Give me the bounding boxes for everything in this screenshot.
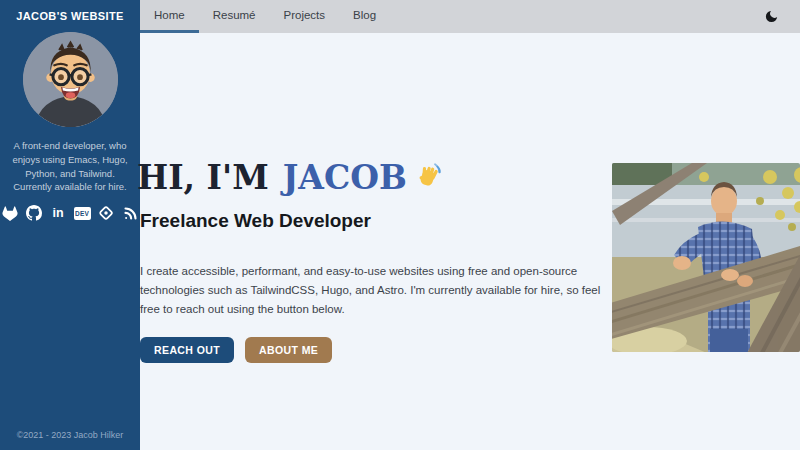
sidebar: JACOB'S WEBSITE — [0, 0, 140, 450]
linkedin-icon-label: in — [52, 206, 63, 220]
hero-greeting: HI, I'M — [137, 161, 269, 194]
hero-section: HI, I'M JACOB Freelance Web Developer I … — [140, 33, 610, 363]
nav-item-blog[interactable]: Blog — [339, 0, 390, 33]
dev-to-icon[interactable]: DEV — [74, 204, 91, 222]
reach-out-button[interactable]: REACH OUT — [140, 337, 234, 363]
site-title: JACOB'S WEBSITE — [16, 10, 124, 22]
nav-item-resume[interactable]: Resumé — [199, 0, 270, 33]
top-nav: Home Resumé Projects Blog — [140, 0, 800, 33]
avatar — [23, 32, 118, 127]
social-links: in DEV — [2, 204, 139, 222]
moon-icon — [764, 9, 779, 24]
hero-title: HI, I'M JACOB — [137, 161, 610, 194]
linkedin-icon[interactable]: in — [50, 204, 67, 222]
nav-item-home[interactable]: Home — [140, 0, 199, 33]
sidebar-bio: A front-end developer, who enjoys using … — [10, 139, 130, 194]
hero-buttons: REACH OUT ABOUT ME — [140, 337, 610, 363]
hero-name: JACOB — [283, 161, 407, 194]
hero-description: I create accessible, performant, and eas… — [140, 262, 605, 319]
dark-mode-toggle[interactable] — [754, 0, 788, 33]
nav-spacer — [390, 0, 754, 33]
fediverse-icon[interactable] — [98, 204, 115, 222]
github-icon[interactable] — [26, 204, 43, 222]
nav-item-projects[interactable]: Projects — [270, 0, 340, 33]
wave-emoji-icon — [413, 161, 443, 191]
about-me-button[interactable]: ABOUT ME — [245, 337, 332, 363]
gitlab-icon[interactable] — [2, 204, 19, 222]
avatar-illustration — [23, 32, 118, 127]
hero-subtitle: Freelance Web Developer — [140, 210, 610, 232]
dev-to-icon-label: DEV — [74, 207, 91, 220]
rss-icon[interactable] — [122, 204, 139, 222]
copyright: ©2021 - 2023 Jacob Hilker — [17, 430, 124, 444]
profile-photo — [612, 163, 800, 352]
